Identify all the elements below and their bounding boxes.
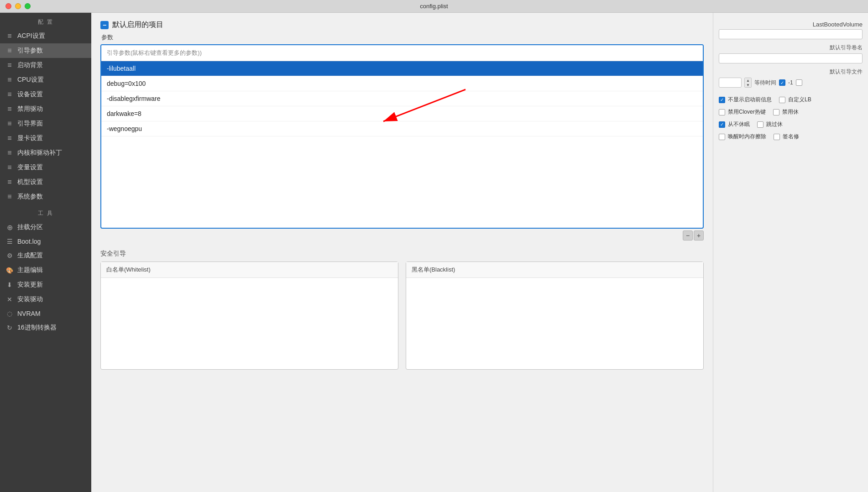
boot-args-container: 引导参数(鼠标右键查看更多的参数)) -lilubetaall debug=0x… [100,44,704,229]
add-arg-button[interactable]: + [694,230,704,241]
cb-label-custom-lb: 自定义LB [788,96,811,104]
sidebar-item-acpi[interactable]: ACPI设置 [0,29,91,43]
timeout-group: ▲ ▼ 等待时间 -1 [719,78,863,88]
cb-no-pre-info[interactable] [719,97,725,103]
window-controls [5,3,31,9]
sidebar-item-label-device: 设备设置 [17,90,43,99]
sidebar-item-gen-config[interactable]: ⚙ 生成配置 [0,248,91,263]
sidebar-item-cpu[interactable]: CPU设置 [0,73,91,87]
boot-args-list: -lilubetaall debug=0x100 -disablegxfirmw… [101,61,703,228]
sidebar-item-model[interactable]: 机型设置 [0,175,91,189]
list-icon [5,62,14,68]
cb-no-sleep[interactable] [719,121,725,128]
sidebar-item-label-boot-bg: 启动背景 [17,61,43,69]
cb-sign-fix[interactable] [774,134,780,140]
sidebar-item-label-gen-config: 生成配置 [17,251,43,260]
checkbox-skip-hibernate: 跳过休 [757,120,783,128]
default-boot-vol-label: 默认引导卷名 [719,44,863,52]
sidebar: 配 置 ACPI设置 引导参数 启动背景 CPU设置 设备设置 禁用驱动 引导界… [0,13,91,492]
cb-wipe-memory[interactable] [719,134,725,140]
remove-arg-button[interactable]: − [683,230,693,241]
default-boot-file-input[interactable] [719,53,863,63]
cb-disable-hotkey[interactable] [719,109,725,115]
sidebar-item-install-driver[interactable]: ✕ 安装驱动 [0,292,91,307]
cb-skip-hibernate[interactable] [757,121,763,128]
sidebar-item-kernel-patch[interactable]: 内核和驱动补丁 [0,146,91,160]
sidebar-item-nvram[interactable]: ◌ NVRAM [0,307,91,320]
sidebar-item-label-theme-editor: 主题编辑 [17,266,43,274]
cb-label-disable-hotkey: 禁用Clover热键 [728,108,766,116]
minus1-checkbox[interactable] [779,79,785,86]
default-boot-file-label: 默认引导文件 [719,68,863,76]
extra-checkbox-1[interactable] [796,79,802,86]
mount-icon: ⊕ [5,224,14,230]
cb-label-no-sleep: 从不休眠 [728,120,750,128]
checkbox-wipe-memory: 唤醒时内存擦除 [719,133,766,141]
sidebar-item-label-disable-driver: 禁用驱动 [17,105,43,113]
sidebar-item-label-boot-ui: 引导界面 [17,120,43,128]
cb-label-sign-fix: 签名修 [783,133,799,141]
params-label: 参数 [101,33,704,42]
sidebar-item-boot-args[interactable]: 引导参数 [0,43,91,58]
sidebar-item-theme-editor[interactable]: 🎨 主题编辑 [0,263,91,277]
blacklist: 黑名单(Blacklist) [406,262,704,370]
cb-custom-lb[interactable] [779,97,785,103]
boot-arg-item-2[interactable]: -disablegxfirmware [101,91,703,106]
blacklist-header: 黑名单(Blacklist) [406,262,703,278]
content-scroll: 默认启用的项目 参数 引导参数(鼠标右键查看更多的参数)) -lilubetaa… [91,13,713,492]
sidebar-item-install-update[interactable]: ⬇ 安装更新 [0,277,91,292]
sidebar-item-label-bootlog: Boot.log [17,238,41,245]
sidebar-item-hex-converter[interactable]: ↻ 16进制转换器 [0,320,91,335]
sidebar-item-label-install-update: 安装更新 [17,281,43,289]
cb-label-wipe-memory: 唤醒时内存擦除 [728,133,766,141]
section-title: 默认启用的项目 [112,20,163,30]
timeout-label: 等待时间 [754,79,776,87]
sidebar-item-bootlog[interactable]: ☰ Boot.log [0,235,91,248]
close-button[interactable] [5,3,11,9]
sidebar-item-boot-ui[interactable]: 引导界面 [0,116,91,131]
boot-arg-item-1[interactable]: debug=0x100 [101,76,703,91]
sidebar-item-gpu[interactable]: 显卡设置 [0,131,91,146]
stepper-down[interactable]: ▼ [745,83,751,87]
sidebar-item-vars[interactable]: 变量设置 [0,160,91,175]
checkbox-disable-hibernate: 禁用休 [773,108,799,116]
bootlog-icon: ☰ [5,238,14,245]
right-panel: LastBootedVolume 默认引导卷名 默认引导文件 ▲ ▼ 等待时间 … [713,13,868,492]
titlebar: config.plist [0,0,868,13]
sidebar-item-label-model: 机型设置 [17,178,43,186]
list-icon [5,106,14,112]
safe-boot-lists: 白名单(Whitelist) 黑名单(Blacklist) [100,262,704,370]
boot-args-empty [101,136,703,228]
sidebar-item-label-kernel-patch: 内核和驱动补丁 [17,149,62,157]
list-icon [5,33,14,39]
sidebar-item-sysparams[interactable]: 系统参数 [0,189,91,204]
cb-disable-hibernate[interactable] [773,109,779,115]
minus1-label: -1 [788,79,793,86]
boot-arg-item-0[interactable]: -lilubetaall [101,61,703,76]
minimize-button[interactable] [15,3,21,9]
safe-boot-section: 安全引导 白名单(Whitelist) 黑名单(Blacklist) [100,250,704,370]
whitelist-header: 白名单(Whitelist) [101,262,398,278]
list-icon [5,77,14,83]
sidebar-item-disable-driver[interactable]: 禁用驱动 [0,102,91,116]
timeout-input[interactable] [719,78,742,88]
content-area: 默认启用的项目 参数 引导参数(鼠标右键查看更多的参数)) -lilubetaa… [91,13,713,492]
sidebar-item-mount[interactable]: ⊕ 挂载分区 [0,220,91,235]
stepper-up[interactable]: ▲ [745,78,751,83]
boot-arg-item-4[interactable]: -wegnoegpu [101,121,703,136]
sidebar-item-device[interactable]: 设备设置 [0,87,91,102]
sidebar-item-label-hex-converter: 16进制转换器 [17,324,57,332]
checkbox-no-sleep: 从不休眠 [719,120,750,128]
section-icon [100,21,109,29]
cb-label-no-pre-info: 不显示启动前信息 [728,96,772,104]
last-booted-label: LastBootedVolume [813,21,863,28]
wrench-icon: ✕ [5,296,14,303]
sidebar-item-boot-bg[interactable]: 启动背景 [0,58,91,73]
boot-arg-item-3[interactable]: darkwake=8 [101,106,703,121]
sidebar-item-label-gpu: 显卡设置 [17,134,43,142]
maximize-button[interactable] [25,3,31,9]
checkbox-disable-hotkey: 禁用Clover热键 [719,108,766,116]
default-boot-volume-input[interactable] [719,29,863,39]
sidebar-tools-section: 工 具 [0,204,91,220]
timeout-stepper[interactable]: ▲ ▼ [744,78,752,88]
